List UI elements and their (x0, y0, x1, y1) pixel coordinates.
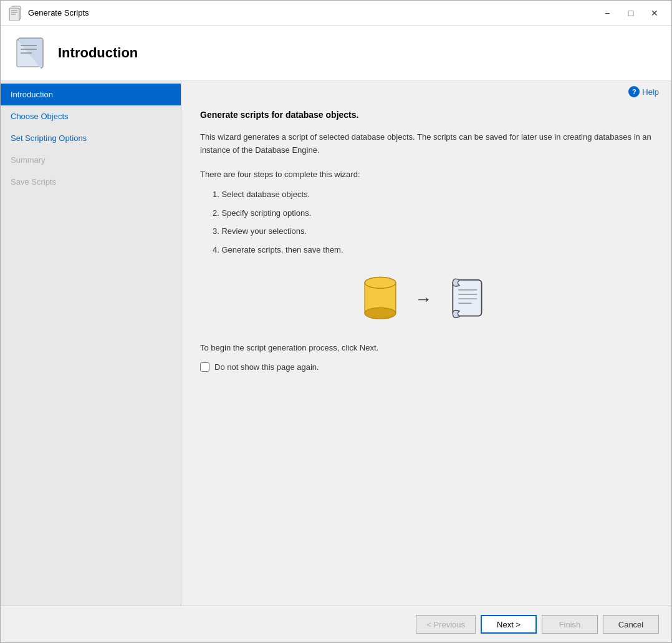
svg-point-13 (365, 278, 396, 289)
sidebar-item-set-scripting-options[interactable]: Set Scripting Options (1, 127, 181, 149)
sidebar-item-choose-objects[interactable]: Choose Objects (1, 105, 181, 127)
main-area: Introduction Choose Objects Set Scriptin… (1, 81, 671, 606)
begin-text: To begin the script generation process, … (200, 343, 653, 352)
checkbox-label[interactable]: Do not show this page again. (214, 362, 319, 372)
do-not-show-checkbox[interactable] (200, 362, 209, 372)
header-icon (13, 36, 48, 70)
main-heading: Generate scripts for database objects. (200, 110, 653, 120)
step-2: 2. Specify scripting options. (213, 207, 653, 220)
step-1: 1. Select database objects. (213, 188, 653, 201)
header: Introduction (1, 26, 671, 81)
checkbox-row: Do not show this page again. (200, 362, 653, 372)
help-link[interactable]: ? Help (181, 81, 671, 97)
previous-button[interactable]: < Previous (416, 615, 476, 634)
content-area: ? Help Generate scripts for database obj… (181, 81, 671, 606)
page-title: Introduction (58, 45, 138, 61)
step-4: 4. Generate scripts, then save them. (213, 244, 653, 256)
illustration: → (200, 274, 653, 324)
scroll-icon (444, 274, 494, 324)
finish-button[interactable]: Finish (542, 615, 598, 634)
title-bar: Generate Scripts − □ ✕ (1, 1, 671, 26)
sidebar-item-summary: Summary (1, 149, 181, 171)
step-3: 3. Review your selections. (213, 225, 653, 238)
footer: < Previous Next > Finish Cancel (1, 606, 671, 642)
help-icon: ? (628, 86, 640, 97)
database-icon (358, 274, 402, 324)
content-body: Generate scripts for database objects. T… (181, 97, 671, 606)
sidebar: Introduction Choose Objects Set Scriptin… (1, 81, 181, 606)
help-label: Help (642, 87, 659, 97)
window-controls: − □ ✕ (598, 6, 664, 21)
sidebar-item-introduction[interactable]: Introduction (1, 84, 181, 105)
app-icon (8, 6, 23, 21)
next-button[interactable]: Next > (481, 615, 537, 634)
steps-intro: There are four steps to complete this wi… (200, 168, 653, 181)
minimize-button[interactable]: − (598, 6, 617, 21)
description: This wizard generates a script of select… (200, 131, 653, 157)
window-title: Generate Scripts (28, 8, 598, 17)
svg-point-10 (365, 308, 396, 319)
cancel-button[interactable]: Cancel (603, 615, 659, 634)
sidebar-item-save-scripts: Save Scripts (1, 171, 181, 193)
arrow-icon: → (415, 289, 432, 309)
main-window: Generate Scripts − □ ✕ Introduction Intr… (0, 0, 672, 643)
maximize-button[interactable]: □ (622, 6, 640, 21)
close-button[interactable]: ✕ (645, 6, 664, 21)
